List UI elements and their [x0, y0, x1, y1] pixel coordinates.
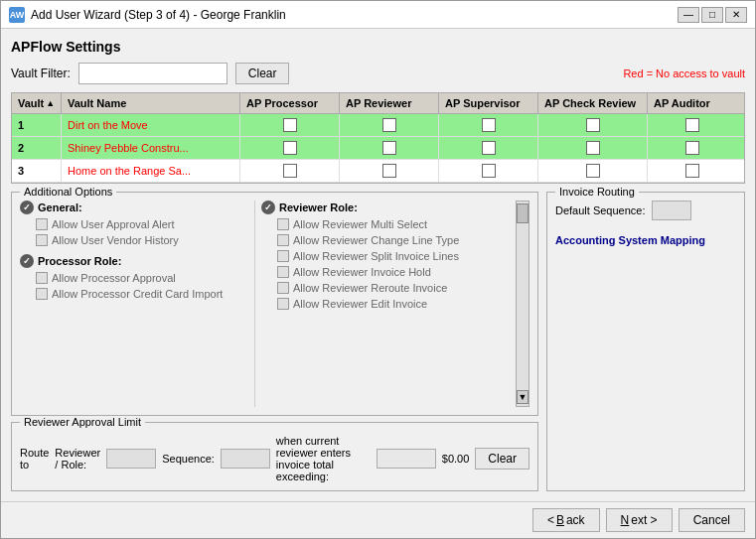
col-ap-check-review: AP Check Review — [538, 93, 648, 113]
cell-auditor-3[interactable] — [648, 160, 737, 182]
left-bottom: Additional Options ✓ General: Allow User… — [11, 192, 538, 491]
allow-reviewer-invoice-hold-checkbox[interactable] — [277, 266, 289, 278]
cell-name-3: Home on the Range Sa... — [62, 160, 240, 182]
reviewer-role-label: Reviewer / Role: — [55, 447, 100, 471]
title-bar-left: AW Add User Wizard (Step 3 of 4) - Georg… — [9, 7, 286, 23]
cell-id-3: 3 — [12, 160, 62, 182]
allow-reviewer-reroute-invoice: Allow Reviewer Reroute Invoice — [261, 282, 508, 294]
red-note: Red = No access to vault — [297, 67, 745, 79]
scroll-down-icon[interactable]: ▼ — [517, 390, 529, 404]
col-vault-name: Vault Name — [62, 93, 240, 113]
cell-reviewer-2[interactable] — [340, 137, 439, 159]
col-vault: Vault ▲ — [12, 93, 62, 113]
allow-reviewer-split-invoice-lines-checkbox[interactable] — [277, 250, 289, 262]
maximize-button[interactable]: □ — [701, 7, 723, 23]
cell-name-1: Dirt on the Move — [62, 114, 240, 136]
col-ap-auditor: AP Auditor — [648, 93, 737, 113]
allow-reviewer-edit-invoice: Allow Reviewer Edit Invoice — [261, 298, 508, 310]
footer: < Back Next > Cancel — [1, 501, 755, 538]
allow-user-approval-alert: Allow User Approval Alert — [20, 218, 248, 230]
cell-auditor-1[interactable] — [648, 114, 737, 136]
cell-reviewer-1[interactable] — [340, 114, 439, 136]
allow-reviewer-multi-select: Allow Reviewer Multi Select — [261, 218, 508, 230]
reviewer-limit-title: Reviewer Approval Limit — [20, 416, 145, 428]
cell-processor-2[interactable] — [240, 137, 340, 159]
table-row: 2 Shiney Pebble Constru... — [12, 137, 744, 160]
cell-reviewer-3[interactable] — [340, 160, 439, 182]
allow-reviewer-reroute-invoice-checkbox[interactable] — [277, 282, 289, 294]
table-header: Vault ▲ Vault Name AP Processor AP Revie… — [12, 93, 744, 114]
cancel-button[interactable]: Cancel — [679, 508, 745, 532]
allow-processor-credit-card-import: Allow Processor Credit Card Import — [20, 288, 248, 300]
page-title: APFlow Settings — [11, 39, 120, 55]
check-circle-icon-3: ✓ — [261, 201, 275, 214]
scroll-track — [517, 225, 529, 390]
cell-auditor-2[interactable] — [648, 137, 737, 159]
cell-processor-1[interactable] — [240, 114, 340, 136]
reviewer-role-label: ✓ Reviewer Role: — [261, 201, 508, 214]
route-to-label: Route to — [20, 447, 49, 471]
close-button[interactable]: ✕ — [725, 7, 747, 23]
amount-display: $0.00 — [442, 453, 470, 465]
invoice-routing-title: Invoice Routing — [555, 186, 639, 198]
check-circle-icon: ✓ — [20, 201, 34, 214]
col-ap-processor: AP Processor — [240, 93, 340, 113]
cell-supervisor-3[interactable] — [439, 160, 538, 182]
allow-processor-approval: Allow Processor Approval — [20, 272, 248, 284]
vault-table: Vault ▲ Vault Name AP Processor AP Revie… — [11, 92, 745, 184]
minimize-button[interactable]: — — [678, 7, 699, 23]
reviewer-limit-row: Route to Reviewer / Role: Sequence: when… — [20, 435, 529, 482]
allow-reviewer-multi-select-checkbox[interactable] — [277, 218, 289, 230]
app-icon: AW — [9, 7, 25, 23]
main-window: AW Add User Wizard (Step 3 of 4) - Georg… — [0, 0, 756, 539]
allow-reviewer-invoice-hold: Allow Reviewer Invoice Hold — [261, 266, 508, 278]
cell-name-2: Shiney Pebble Constru... — [62, 137, 240, 159]
content-area: APFlow Settings Vault Filter: Clear Red … — [1, 29, 755, 501]
next-button[interactable]: Next > — [606, 508, 673, 532]
vault-filter-label: Vault Filter: — [11, 67, 71, 80]
additional-options-title: Additional Options — [20, 186, 116, 198]
col-ap-supervisor: AP Supervisor — [439, 93, 538, 113]
sequence-input[interactable] — [221, 449, 270, 469]
title-bar: AW Add User Wizard (Step 3 of 4) - Georg… — [1, 1, 755, 29]
window-title: Add User Wizard (Step 3 of 4) - George F… — [31, 8, 286, 22]
amount-input[interactable] — [377, 449, 436, 469]
allow-processor-credit-card-import-checkbox[interactable] — [36, 288, 48, 300]
when-label: when current reviewer enters invoice tot… — [276, 435, 371, 482]
sequence-label: Sequence: — [162, 453, 215, 465]
cell-supervisor-2[interactable] — [439, 137, 538, 159]
cell-check-review-3[interactable] — [538, 160, 648, 182]
processor-role-label: ✓ Processor Role: — [20, 254, 248, 268]
reviewer-limit-clear-button[interactable]: Clear — [475, 448, 529, 470]
vault-filter-input[interactable] — [78, 63, 227, 84]
divider — [254, 201, 255, 407]
general-label: ✓ General: — [20, 201, 248, 214]
table-row: 1 Dirt on the Move — [12, 114, 744, 137]
scrollbar[interactable]: ▼ — [516, 201, 529, 407]
cell-check-review-1[interactable] — [538, 114, 648, 136]
default-sequence-input[interactable] — [652, 201, 691, 220]
cell-check-review-2[interactable] — [538, 137, 648, 159]
allow-user-vendor-history: Allow User Vendor History — [20, 234, 248, 246]
invoice-routing: Invoice Routing Default Sequence: Accoun… — [546, 192, 745, 491]
cell-id-2: 2 — [12, 137, 62, 159]
accounting-system-mapping-label: Accounting System Mapping — [555, 234, 736, 246]
general-section: ✓ General: Allow User Approval Alert All… — [20, 201, 248, 407]
scroll-thumb[interactable] — [517, 203, 529, 223]
cell-processor-3[interactable] — [240, 160, 340, 182]
allow-processor-approval-checkbox[interactable] — [36, 272, 48, 284]
reviewer-role-input[interactable] — [106, 449, 156, 469]
allow-user-approval-alert-checkbox[interactable] — [36, 218, 48, 230]
cell-supervisor-1[interactable] — [439, 114, 538, 136]
allow-reviewer-split-invoice-lines: Allow Reviewer Split Invoice Lines — [261, 250, 508, 262]
allow-reviewer-change-line-type-checkbox[interactable] — [277, 234, 289, 246]
bottom-section: Additional Options ✓ General: Allow User… — [11, 192, 745, 491]
allow-reviewer-edit-invoice-checkbox[interactable] — [277, 298, 289, 310]
allow-user-vendor-history-checkbox[interactable] — [36, 234, 48, 246]
default-sequence-label: Default Sequence: — [555, 204, 646, 216]
check-circle-icon-2: ✓ — [20, 254, 34, 268]
vault-filter-row: Vault Filter: Clear Red = No access to v… — [11, 63, 745, 84]
back-button[interactable]: < Back — [532, 508, 600, 532]
table-row: 3 Home on the Range Sa... — [12, 160, 744, 183]
vault-filter-clear-button[interactable]: Clear — [235, 63, 290, 84]
